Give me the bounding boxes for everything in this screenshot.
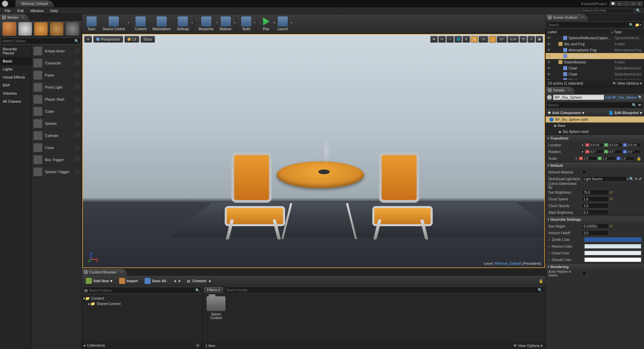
toolbar-matinee[interactable]: Matinee▾: [217, 15, 234, 33]
reset-icon[interactable]: ↺: [638, 177, 641, 181]
viewport-menu-button[interactable]: ▾: [84, 36, 92, 43]
minimize-button[interactable]: –: [623, 1, 629, 6]
component-row[interactable]: 🔵 BP_Sky_Sphere (self): [546, 116, 644, 122]
component-row[interactable]: ◈ Sky Sphere mesh: [546, 129, 644, 135]
breadcrumb[interactable]: ▤Content ►: [187, 279, 212, 283]
eye-icon[interactable]: 👁: [638, 103, 642, 107]
colors-determined-checkbox[interactable]: ✔: [582, 183, 587, 188]
outliner-row[interactable]: 👁ChairStaticMeshActor: [546, 71, 644, 77]
category-volumes[interactable]: Volumes: [0, 89, 31, 97]
search-classes[interactable]: 🔍: [1, 38, 81, 44]
tree-item[interactable]: ▾📁Content: [83, 296, 201, 301]
outliner-row[interactable]: 👁ChairStaticMeshActor: [546, 65, 644, 71]
close-icon[interactable]: ✕: [568, 89, 571, 92]
close-button[interactable]: ✕: [637, 1, 643, 6]
angle-snap-value[interactable]: 10°: [497, 36, 507, 43]
menu-file[interactable]: File: [1, 8, 14, 13]
section-header[interactable]: ▾Rendering: [546, 263, 644, 270]
outliner-search-input[interactable]: [548, 23, 629, 27]
eye-icon[interactable]: 👁: [547, 36, 551, 40]
viewport-lit-button[interactable]: Lit: [124, 36, 139, 43]
sources-icon[interactable]: ▤: [84, 288, 88, 293]
info-icon[interactable]: ?: [75, 157, 79, 162]
place-item[interactable]: Empty Actor?: [32, 45, 82, 57]
save-all-button[interactable]: Save All: [143, 277, 168, 285]
asset-folder[interactable]: Starter Content: [205, 296, 227, 320]
reset-icon[interactable]: ↺: [609, 197, 612, 201]
search-folders[interactable]: ▤ 🔍: [83, 287, 202, 294]
edit-blueprint-link[interactable]: Edit BP_Sky_Sphere: [605, 96, 637, 99]
toolbar-blueprints[interactable]: Blueprints▾: [196, 15, 216, 33]
info-icon[interactable]: ?: [75, 61, 79, 65]
add-folder-icon[interactable]: 📁+: [635, 23, 642, 27]
category-lights[interactable]: Lights: [0, 65, 31, 73]
section-header[interactable]: ▾Override Settings: [546, 216, 644, 223]
refresh-material-checkbox[interactable]: [582, 170, 587, 174]
content-browser-tab[interactable]: Content Browser✕: [82, 269, 127, 276]
cloud-color-swatch[interactable]: [584, 251, 641, 255]
category-visual-effects[interactable]: Visual Effects: [0, 73, 31, 81]
toolbar-launch[interactable]: Launch▾: [274, 15, 291, 33]
sun-height-field[interactable]: 0.530551: [582, 223, 609, 229]
grid-snap-icon[interactable]: ▦: [471, 36, 478, 43]
locate-icon[interactable]: 🔍: [629, 177, 634, 181]
transform-rotate-icon[interactable]: ⟳: [438, 36, 446, 43]
toolbar-marketplace[interactable]: Marketplace: [150, 15, 173, 33]
chevron-down-icon[interactable]: ▾: [192, 21, 193, 24]
place-item[interactable]: Sphere?: [32, 117, 82, 130]
chevron-down-icon[interactable]: ▾: [128, 21, 129, 24]
search-assets-input[interactable]: [226, 288, 538, 292]
collections-bar[interactable]: ▸ Collections ➕: [82, 342, 202, 349]
cloud-speed-field[interactable]: 1.5: [582, 196, 609, 202]
close-icon[interactable]: ✕: [120, 270, 123, 274]
import-button[interactable]: Import: [117, 277, 140, 285]
lock-icon[interactable]: 🔒: [539, 279, 543, 283]
camera-speed-icon[interactable]: 📷: [520, 36, 527, 43]
camera-speed-value[interactable]: 4: [528, 36, 535, 43]
toolbar-source-control[interactable]: Source Control▾: [100, 15, 128, 33]
place-item[interactable]: Sphere Trigger?: [32, 166, 82, 178]
scene-outliner-tab[interactable]: Scene Outliner✕: [546, 14, 588, 21]
outliner-row[interactable]: 👁StaticMeshesFolder: [546, 59, 644, 65]
search-assets[interactable]: 🔍: [224, 287, 544, 293]
surface-snap-icon[interactable]: ⬇: [463, 36, 470, 43]
menu-help[interactable]: Help: [47, 8, 61, 13]
directional-light-field[interactable]: Light Source: [582, 176, 627, 182]
modes-tab[interactable]: Modes✕: [0, 14, 29, 21]
search-folders-input[interactable]: [89, 289, 195, 292]
locate-icon[interactable]: 🔍: [638, 95, 643, 100]
horizon-falloff-field[interactable]: 3.0: [582, 230, 609, 236]
info-icon[interactable]: ?: [75, 97, 79, 102]
place-item[interactable]: Character?: [32, 57, 82, 69]
info-icon[interactable]: ?: [75, 73, 79, 78]
info-icon[interactable]: ?: [75, 49, 79, 53]
help-search-input[interactable]: [580, 8, 634, 13]
toolbar-settings[interactable]: Settings▾: [174, 15, 192, 33]
scale-field[interactable]: X1.0 Y1.0 Z1.0 🔒: [579, 156, 641, 161]
category-recently-placed[interactable]: Recently Placed: [0, 45, 31, 57]
category-all-classes[interactable]: All Classes: [0, 97, 31, 105]
outliner-row[interactable]: 👁BP_Sky_Sphere: [546, 53, 644, 59]
tree-item[interactable]: ▸📁StarterContent: [83, 301, 201, 306]
reset-icon[interactable]: ↺: [609, 190, 612, 195]
zenith-color-swatch[interactable]: [584, 237, 641, 242]
overall-color-swatch[interactable]: [584, 257, 641, 262]
eye-icon[interactable]: 👁: [547, 66, 551, 70]
grid-snap-value[interactable]: 10: [479, 36, 488, 43]
chevron-down-icon[interactable]: ▾: [234, 21, 235, 24]
component-row[interactable]: ◈ Base: [546, 122, 644, 129]
dropdown-icon[interactable]: ▾: [616, 1, 623, 6]
foliage-mode-icon[interactable]: [50, 22, 63, 36]
outliner-row[interactable]: 👁SphereReflectionCapture10SphereReflecti…: [546, 35, 644, 41]
filters-button[interactable]: Filters ▾: [204, 287, 223, 293]
transform-scale-icon[interactable]: ⤢: [446, 36, 454, 43]
info-icon[interactable]: ?: [75, 169, 79, 174]
maximize-button[interactable]: ◻: [630, 1, 636, 6]
notify-icon[interactable]: 💬: [610, 1, 616, 6]
info-icon[interactable]: ?: [75, 133, 79, 138]
toolbar-build[interactable]: Build▾: [238, 15, 254, 33]
level-tab[interactable]: Minimal_Default: [15, 0, 54, 7]
info-icon[interactable]: ?: [75, 121, 79, 126]
place-item[interactable]: Box Trigger?: [32, 154, 82, 166]
menu-window[interactable]: Window: [27, 8, 47, 13]
